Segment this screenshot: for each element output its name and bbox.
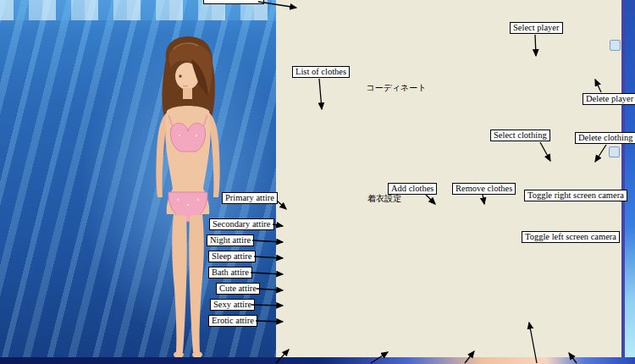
thumbnail-badge-icon xyxy=(610,40,621,51)
cut-annotation-box xyxy=(203,0,264,4)
annotation-cute-attire: Cute attire xyxy=(216,283,260,295)
thumbnail-badge-icon xyxy=(609,146,620,157)
annotation-sexy-attire: Sexy attire xyxy=(210,299,255,311)
annotation-night-attire: Night attire xyxy=(207,234,254,246)
annotation-toggle-right-camera: Toggle right screen camera xyxy=(524,190,627,201)
window-border xyxy=(621,0,625,364)
app-window: 名前 ファイル名 日付 IN 本庄 真名 aa.js3csi 2007/12/0… xyxy=(0,0,635,364)
annotation-toggle-left-camera: Toggle left screen camera xyxy=(522,231,620,243)
annotation-select-clothing: Select clothing xyxy=(490,130,550,141)
annotation-remove-clothes: Remove clothes xyxy=(452,183,516,195)
annotation-sleep-attire: Sleep attire xyxy=(208,251,256,262)
attire-group-title: 着衣設定 xyxy=(278,193,491,205)
desktop-background xyxy=(625,0,635,364)
annotation-add-clothes: Add clothes xyxy=(388,183,437,195)
annotation-erotic-attire: Erotic attire xyxy=(208,315,257,327)
annotation-primary-attire: Primary attire xyxy=(222,192,278,204)
annotation-delete-clothing: Delete clothing xyxy=(575,132,635,144)
annotation-delete-player: Delete player xyxy=(583,93,635,105)
control-panel xyxy=(276,0,625,359)
bottom-edge-strip xyxy=(0,357,635,364)
annotation-bath-attire: Bath attire xyxy=(208,267,252,279)
annotation-secondary-attire: Secondary attire xyxy=(209,218,274,230)
annotation-select-player: Select player xyxy=(510,22,563,34)
coordinate-group-title: コーディネート xyxy=(278,82,515,94)
annotation-list-of-clothes: List of clothes xyxy=(292,66,350,78)
